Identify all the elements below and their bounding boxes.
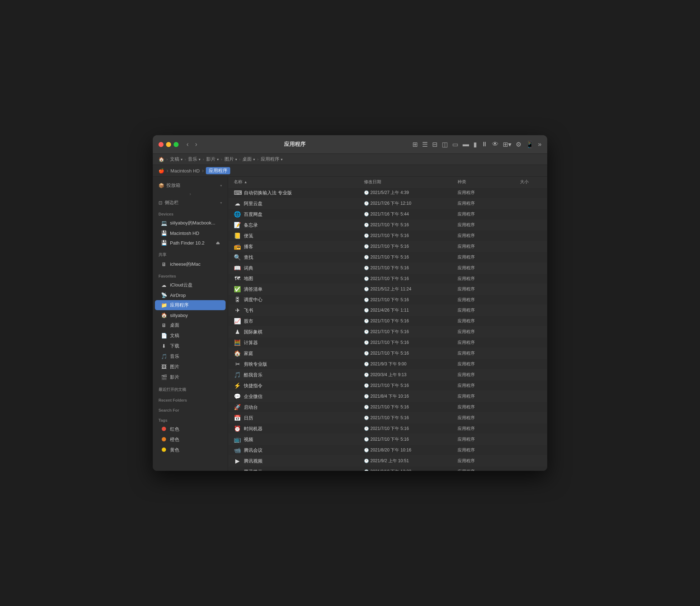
table-row[interactable]: 📻 播客 🕐2021/7/10 下午 5:16 应用程序 — [228, 241, 547, 252]
icon-arrange[interactable]: ⊞▾ — [503, 141, 511, 148]
table-row[interactable]: 📈 股市 🕐2021/7/10 下午 5:16 应用程序 — [228, 316, 547, 327]
sidebar-item-macintosh[interactable]: 💾 Macintosh HD — [155, 228, 226, 238]
file-name: 便笺 — [244, 233, 253, 239]
pathbar-desktop[interactable]: 桌面 ▾ — [242, 156, 255, 162]
table-row[interactable]: 📒 便笺 🕐2021/7/10 下午 5:16 应用程序 — [228, 231, 547, 241]
col-date[interactable]: 修改日期 — [364, 179, 458, 185]
sidebar-item-music[interactable]: 🎵 音乐 — [155, 351, 226, 361]
table-row[interactable]: 🌐 百度网盘 🕐2021/7/16 下午 5:44 应用程序 — [228, 209, 547, 220]
imac-icon: 🖥 — [161, 261, 167, 267]
table-row[interactable]: 📅 日历 🕐2021/7/10 下午 5:16 应用程序 — [228, 413, 547, 423]
table-row[interactable]: ⌨ 自动切换输入法 专业版 🕐2021/5/27 上午 4:39 应用程序 — [228, 188, 547, 198]
clock-icon: 🕐 — [364, 351, 369, 355]
pathbar-music[interactable]: 音乐 ▾ — [188, 156, 200, 162]
sidebar-item-documents[interactable]: 📄 文稿 — [155, 331, 226, 341]
pathbar-apps[interactable]: 应用程序 ▾ — [261, 156, 283, 162]
file-date: 🕐2021/7/10 下午 5:16 — [364, 350, 458, 356]
sidebar-item-macbook[interactable]: 💻 siilyaboy的Macbook... — [155, 218, 226, 228]
sidebar-item-home[interactable]: 🏠 sillyaboy — [155, 311, 226, 320]
table-row[interactable]: ▶ 腾讯视频 🕐2021/9/2 上午 10:51 应用程序 — [228, 456, 547, 467]
close-button[interactable] — [159, 142, 164, 147]
pathbar-home[interactable]: 🏠 — [159, 157, 164, 162]
table-row[interactable]: ✅ 滴答清单 🕐2021/5/12 上午 11:24 应用程序 — [228, 284, 547, 295]
file-name-cell: 🚀 启动台 — [234, 404, 364, 411]
table-row[interactable]: 💬 企业微信 🕐2021/8/4 下午 10:16 应用程序 — [228, 391, 547, 402]
table-row[interactable]: ⏰ 时间机器 🕐2021/7/10 下午 5:16 应用程序 — [228, 423, 547, 434]
sidebar-item-pictures[interactable]: 🖼 图片 — [155, 362, 226, 372]
col-kind[interactable]: 种类 — [458, 179, 520, 185]
table-row[interactable]: ☁ 腾讯微云 🕐2021/3/19 下午 12:32 应用程序 — [228, 467, 547, 471]
file-date: 🕐2021/7/10 下午 5:16 — [364, 436, 458, 442]
sidebar-item-downloads[interactable]: ⬇ 下载 — [155, 341, 226, 351]
clock-icon: 🕐 — [364, 276, 369, 281]
table-row[interactable]: 📖 词典 🕐2021/7/10 下午 5:16 应用程序 — [228, 263, 547, 274]
bc-macintosh[interactable]: Macintosh HD — [170, 168, 200, 174]
clock-icon: 🕐 — [364, 308, 369, 312]
table-row[interactable]: ✈ 飞书 🕐2021/4/26 下午 1:11 应用程序 — [228, 305, 547, 316]
table-row[interactable]: ☁ 阿里云盘 🕐2021/7/26 下午 12:10 应用程序 — [228, 198, 547, 209]
file-icon: ☁ — [234, 468, 241, 471]
table-row[interactable]: 🗺 地图 🕐2021/7/10 下午 5:16 应用程序 — [228, 274, 547, 284]
bc-apple[interactable]: 🍎 — [159, 168, 164, 174]
sidebar-item-movies[interactable]: 🎬 影片 — [155, 372, 226, 382]
sidebar-item-desktop[interactable]: 🖥 桌面 — [155, 320, 226, 330]
table-row[interactable]: ♟ 国际象棋 🕐2021/7/10 下午 5:16 应用程序 — [228, 327, 547, 337]
sidebar-projector-btn[interactable]: 📦 投放箱 ▾ — [156, 181, 225, 190]
icon-preview[interactable]: 👁 — [492, 141, 498, 148]
breadcrumb: 🍎 › Macintosh HD › 应用程序 — [153, 165, 547, 177]
sidebar-expand-btn[interactable]: › — [156, 190, 225, 198]
icon-settings[interactable]: ⚙ — [516, 141, 521, 148]
eject-icon[interactable]: ⏏ — [216, 240, 220, 245]
minimize-button[interactable] — [166, 142, 171, 147]
file-icon: ♟ — [234, 328, 241, 335]
table-row[interactable]: 🎵 酷我音乐 🕐2020/3/4 上午 9:13 应用程序 — [228, 370, 547, 380]
sidebar-item-icloud[interactable]: ☁ iCloud云盘 — [155, 280, 226, 290]
file-name-cell: 📈 股市 — [234, 318, 364, 325]
maximize-button[interactable] — [174, 142, 179, 147]
icon-view2[interactable]: ▭ — [452, 141, 458, 148]
icon-view4[interactable]: ▮ — [473, 141, 477, 148]
bc-apps-active[interactable]: 应用程序 — [206, 167, 230, 174]
tag-orange-icon — [161, 437, 167, 442]
icon-grid[interactable]: ⊞ — [412, 141, 418, 148]
clock-icon: 🕐 — [364, 287, 369, 291]
table-row[interactable]: 🎛 调度中心 🕐2021/7/10 下午 5:16 应用程序 — [228, 295, 547, 305]
sidebar-item-airdrop[interactable]: 📡 AirDrop — [155, 290, 226, 300]
table-row[interactable]: 🚀 启动台 🕐2021/7/10 下午 5:16 应用程序 — [228, 402, 547, 413]
icon-view3[interactable]: ▬ — [463, 141, 469, 148]
table-row[interactable]: 🔍 查找 🕐2021/7/10 下午 5:16 应用程序 — [228, 252, 547, 263]
icon-pause[interactable]: ⏸ — [481, 141, 488, 148]
pathbar-movies[interactable]: 影片 ▾ — [206, 156, 219, 162]
sidebar-item-tag-yellow[interactable]: 黄色 — [155, 445, 226, 455]
file-date: 🕐2021/7/10 下午 5:16 — [364, 329, 458, 335]
icon-columns[interactable]: ⊟ — [432, 141, 438, 148]
sidebar-item-pathfinder[interactable]: 💾 Path Finder 10.2 ⏏ — [155, 238, 226, 247]
pathbar-sep4: › — [221, 157, 222, 161]
table-row[interactable]: 🧮 计算器 🕐2021/7/10 下午 5:16 应用程序 — [228, 337, 547, 348]
file-name: 酷我音乐 — [244, 372, 262, 378]
sidebar-item-tag-red[interactable]: 红色 — [155, 424, 226, 434]
pathbar-documents[interactable]: 文稿 ▾ — [170, 156, 183, 162]
table-row[interactable]: 📺 视频 🕐2021/7/10 下午 5:16 应用程序 — [228, 434, 547, 445]
section-tags: Tags 红色 橙色 黄色 — [153, 415, 228, 456]
icon-more[interactable]: » — [538, 141, 541, 148]
file-name-cell: 📺 视频 — [234, 436, 364, 443]
file-name-cell: 🎵 酷我音乐 — [234, 371, 364, 378]
table-row[interactable]: 🏠 家庭 🕐2021/7/10 下午 5:16 应用程序 — [228, 348, 547, 359]
table-row[interactable]: ⚡ 快捷指令 🕐2021/7/10 下午 5:16 应用程序 — [228, 380, 547, 391]
pathbar-pictures[interactable]: 图片 ▾ — [224, 156, 237, 162]
icon-device[interactable]: 📱 — [526, 141, 534, 148]
main-area: 📦 投放箱 ▾ › ⊡ 侧边栏 ▾ Devices 💻 siilya — [153, 177, 547, 471]
file-icon: 🧮 — [234, 339, 241, 346]
table-row[interactable]: 📝 备忘录 🕐2021/7/10 下午 5:16 应用程序 — [228, 220, 547, 231]
col-size[interactable]: 大小 — [520, 179, 541, 185]
sidebar-item-tag-orange[interactable]: 橙色 — [155, 435, 226, 445]
icon-gallery[interactable]: ◫ — [442, 141, 448, 148]
sidebar-item-imac[interactable]: 🖥 icheese的iMac — [155, 259, 226, 269]
col-name[interactable]: 名称 ▲ — [234, 179, 364, 185]
table-row[interactable]: 📹 腾讯会议 🕐2021/8/20 下午 10:16 应用程序 — [228, 445, 547, 456]
table-row[interactable]: ✂ 剪映专业版 🕐2021/9/3 下午 9:00 应用程序 — [228, 359, 547, 370]
sidebar-item-apps[interactable]: 📁 应用程序 — [155, 300, 226, 310]
sidebar-sidebar-btn[interactable]: ⊡ 侧边栏 ▾ — [156, 198, 225, 207]
icon-list[interactable]: ☰ — [422, 141, 428, 148]
